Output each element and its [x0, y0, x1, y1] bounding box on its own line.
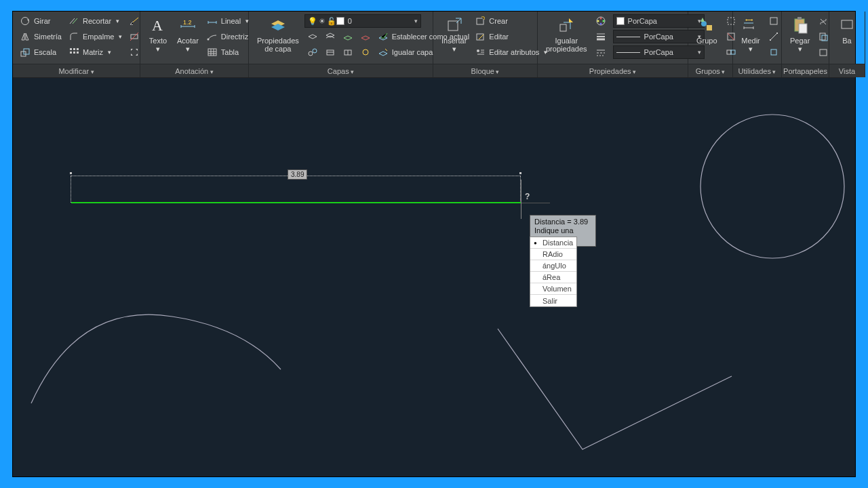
dimension-value: 3.89 [288, 169, 307, 180]
svg-text:1.2: 1.2 [183, 19, 192, 26]
insert-button[interactable]: Insertar▾ [437, 14, 471, 54]
rotate-icon [20, 16, 31, 26]
drawing-area[interactable]: 3.89 ? Distancia = 3.89 Indique una opci… [13, 78, 855, 476]
panel-annotation-title[interactable]: Anotación [140, 64, 248, 77]
explode-icon [129, 47, 140, 58]
svg-point-15 [313, 49, 317, 53]
measured-line [71, 202, 521, 203]
svg-rect-13 [208, 49, 216, 56]
layers-c2[interactable] [322, 45, 338, 59]
array-button[interactable]: Matriz▾ [66, 45, 125, 59]
color-icon [595, 16, 606, 26]
svg-rect-7 [73, 52, 75, 54]
rotate-button[interactable]: Girar [17, 14, 64, 28]
layer-name: 0 [348, 17, 352, 25]
util-b1[interactable] [766, 14, 782, 28]
svg-point-27 [599, 23, 601, 25]
layers-c1[interactable] [304, 45, 321, 59]
panel-props-title[interactable]: Propiedades [538, 64, 688, 77]
svg-rect-39 [771, 49, 776, 55]
panel-utilities: ⟷ Medir▾ Utilidades [733, 12, 782, 77]
group-icon [697, 16, 716, 35]
layers-c3[interactable] [340, 45, 356, 59]
paste-icon [791, 16, 810, 35]
mirror-label: Simetría [34, 33, 62, 41]
ltype-button[interactable] [593, 45, 609, 59]
group-button[interactable]: Grupo [692, 14, 722, 46]
layers-b4[interactable] [357, 30, 374, 43]
text-button[interactable]: A Texto▾ [144, 14, 172, 54]
crosshair-v [521, 180, 521, 219]
measure-option[interactable]: áRea [530, 272, 576, 283]
svg-rect-38 [776, 33, 778, 34]
util-b2[interactable] [766, 30, 782, 43]
leader-icon [207, 31, 218, 42]
layers-b1[interactable] [304, 30, 321, 43]
match-props-button[interactable]: Igualar propiedades [542, 14, 591, 54]
dimension-icon: 1.2 [178, 16, 197, 35]
svg-rect-3 [70, 48, 72, 50]
util-b3[interactable] [766, 45, 782, 59]
create-label: Crear [489, 17, 508, 25]
svg-rect-36 [770, 18, 777, 24]
array-label: Matriz [83, 48, 103, 56]
svg-text:⟷: ⟷ [745, 17, 753, 23]
svg-rect-43 [820, 33, 825, 40]
svg-point-25 [599, 18, 601, 20]
measure-option[interactable]: Salir [530, 295, 576, 306]
svg-point-12 [207, 39, 209, 41]
panel-groups-title[interactable]: Grupos [688, 64, 732, 77]
mirror-button[interactable]: Simetría [17, 30, 64, 43]
layers-b2[interactable] [322, 30, 338, 43]
stretch-icon [129, 16, 140, 26]
scale-button[interactable]: Escala [17, 45, 64, 59]
panel-clipboard: Pegar▾ Portapapeles [782, 12, 829, 77]
view-base-button[interactable]: Ba [833, 14, 861, 46]
svg-point-22 [477, 49, 479, 52]
trim-button[interactable]: Recortar▾ [66, 14, 125, 28]
panel-clipboard-title: Portapapeles [782, 64, 829, 77]
erase-icon [129, 31, 140, 42]
panel-block-title[interactable]: Bloque [433, 64, 537, 77]
measure-option[interactable]: Volumen [530, 283, 576, 295]
match-layer-button[interactable]: Igualar capa [375, 45, 436, 59]
table-label: Tabla [221, 48, 239, 56]
panel-utils-title[interactable]: Utilidades [733, 64, 781, 77]
ltype-icon [595, 47, 606, 58]
panel-modify-title[interactable]: Modificar [13, 64, 140, 77]
dimension-button[interactable]: 1.2 Acotar▾ [173, 14, 203, 54]
panel-groups: Grupo Grupos [688, 12, 733, 77]
svg-point-28 [597, 20, 599, 22]
svg-rect-37 [770, 39, 771, 41]
measure-option[interactable]: Distancia [530, 237, 576, 249]
bulb-icon: 💡 [308, 16, 317, 26]
color-button[interactable] [593, 14, 609, 28]
svg-rect-4 [73, 48, 75, 50]
svg-point-29 [701, 21, 707, 26]
layers-c4[interactable] [357, 45, 374, 59]
panel-layers-title[interactable]: Capas [249, 64, 433, 77]
scale-label: Escala [34, 48, 56, 56]
leader-button[interactable]: Directriz [204, 30, 252, 43]
svg-rect-19 [448, 21, 458, 30]
svg-rect-30 [707, 25, 712, 30]
lweight-button[interactable] [593, 30, 609, 43]
panel-properties: Igualar propiedades PorCapa▾ PorCapa▾ Po… [538, 12, 688, 77]
fillet-button[interactable]: Empalme▾ [66, 30, 125, 43]
layer-props-button[interactable]: Propiedades de capa [253, 14, 303, 54]
lock-icon: 🔓 [327, 16, 336, 26]
measure-option[interactable]: RAdio [530, 249, 576, 260]
measure-button[interactable]: ⟷ Medir▾ [737, 14, 764, 54]
layer-combo[interactable]: 💡 ☀ 🔓 0 ▾ [304, 14, 421, 28]
svg-point-0 [22, 18, 29, 25]
paste-button[interactable]: Pegar▾ [786, 14, 814, 54]
edit-label: Editar [489, 33, 509, 41]
layers-b3[interactable] [340, 30, 356, 43]
dimension-extents [71, 176, 521, 203]
linear-dim-button[interactable]: Lineal▾ [204, 14, 252, 28]
lweight-icon [595, 31, 606, 42]
table-button[interactable]: Tabla [204, 45, 252, 59]
measure-option[interactable]: ángUlo [530, 260, 576, 272]
match-props-icon [557, 16, 576, 35]
rotate-label: Girar [34, 17, 50, 25]
